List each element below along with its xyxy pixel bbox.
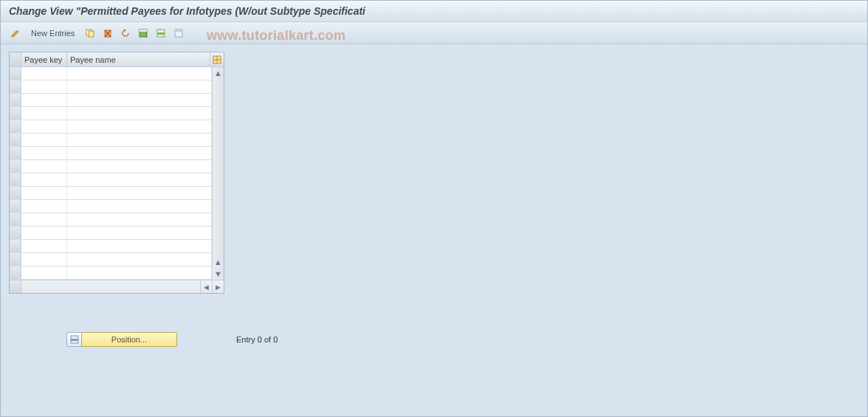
row-selector[interactable] <box>10 213 21 226</box>
table-row <box>10 187 212 200</box>
cell-payee-key[interactable] <box>21 160 67 173</box>
table-row <box>10 227 212 240</box>
table-row <box>10 120 212 134</box>
cell-payee-key[interactable] <box>21 67 67 80</box>
new-entries-button[interactable]: New Entries <box>27 27 79 39</box>
cell-payee-name[interactable] <box>67 134 212 146</box>
cell-payee-key[interactable] <box>21 173 67 186</box>
row-selector[interactable] <box>10 187 21 199</box>
table-settings-icon[interactable] <box>210 52 224 66</box>
row-selector[interactable] <box>10 240 21 252</box>
position-icon[interactable] <box>66 332 81 347</box>
toggle-edit-icon[interactable] <box>9 27 22 40</box>
scroll-left-icon[interactable]: ◄ <box>200 280 212 293</box>
select-block-icon[interactable] <box>154 27 168 40</box>
row-selector[interactable] <box>10 147 21 159</box>
row-selector[interactable] <box>10 94 21 106</box>
cell-payee-key[interactable] <box>21 200 67 213</box>
cell-payee-key[interactable] <box>21 107 67 120</box>
table-row <box>10 107 212 120</box>
row-selector[interactable] <box>10 200 21 213</box>
grid-header: Payee key Payee name <box>10 52 224 67</box>
cell-payee-name[interactable] <box>67 80 212 93</box>
cell-payee-name[interactable] <box>67 67 212 80</box>
position-button-group: Position... <box>66 332 177 347</box>
cell-payee-name[interactable] <box>67 240 212 252</box>
cell-payee-key[interactable] <box>21 80 67 93</box>
cell-payee-key[interactable] <box>21 266 67 279</box>
title-bar: Change View "Permitted Payees for Infoty… <box>0 0 868 22</box>
scroll-right-icon[interactable]: ► <box>212 280 224 293</box>
cell-payee-name[interactable] <box>67 173 212 186</box>
cell-payee-name[interactable] <box>67 107 212 120</box>
cell-payee-name[interactable] <box>67 227 212 239</box>
svg-rect-1 <box>89 31 94 37</box>
table-row <box>10 80 212 94</box>
cell-payee-name[interactable] <box>67 187 212 199</box>
cell-payee-key[interactable] <box>21 94 67 106</box>
footer-selector <box>10 280 21 293</box>
cell-payee-name[interactable] <box>67 94 212 106</box>
column-header-payee-name[interactable]: Payee name <box>67 52 210 66</box>
cell-payee-key[interactable] <box>21 227 67 239</box>
svg-rect-9 <box>157 32 165 35</box>
cell-payee-name[interactable] <box>67 147 212 159</box>
cell-payee-name[interactable] <box>67 213 212 226</box>
table-row <box>10 253 212 266</box>
entry-count-label: Entry 0 of 0 <box>236 335 278 344</box>
cell-payee-key[interactable] <box>21 120 67 133</box>
svg-rect-16 <box>71 339 78 341</box>
row-selector[interactable] <box>10 253 21 266</box>
row-selector[interactable] <box>10 120 21 133</box>
data-grid: Payee key Payee name ▲ ▲ ▼ ◄ ► <box>9 52 224 294</box>
table-row <box>10 147 212 160</box>
row-selector[interactable] <box>10 160 21 173</box>
row-selector[interactable] <box>10 67 21 80</box>
cell-payee-name[interactable] <box>67 253 212 266</box>
row-selector[interactable] <box>10 134 21 146</box>
row-selector[interactable] <box>10 107 21 120</box>
row-selector[interactable] <box>10 266 21 279</box>
cell-payee-key[interactable] <box>21 134 67 146</box>
table-row <box>10 213 212 227</box>
cell-payee-name[interactable] <box>67 200 212 213</box>
cell-payee-name[interactable] <box>67 120 212 133</box>
column-header-payee-key[interactable]: Payee key <box>21 52 67 66</box>
copy-icon[interactable] <box>83 27 97 40</box>
grid-body: ▲ ▲ ▼ <box>10 67 224 280</box>
svg-rect-11 <box>175 30 182 32</box>
grid-footer: ◄ ► <box>10 280 224 293</box>
svg-rect-7 <box>140 30 147 32</box>
bottom-bar: Position... Entry 0 of 0 <box>66 332 278 347</box>
scroll-up-step-icon[interactable]: ▲ <box>213 256 224 268</box>
delete-icon[interactable] <box>101 27 114 40</box>
grid-container: Payee key Payee name ▲ ▲ ▼ ◄ ► <box>9 52 224 294</box>
table-row <box>10 160 212 173</box>
cell-payee-key[interactable] <box>21 253 67 266</box>
grid-rows <box>10 67 212 280</box>
cell-payee-key[interactable] <box>21 187 67 199</box>
table-row <box>10 266 212 280</box>
position-button[interactable]: Position... <box>81 332 177 347</box>
undo-icon[interactable] <box>119 27 132 40</box>
row-selector[interactable] <box>10 173 21 186</box>
vertical-scrollbar[interactable]: ▲ ▲ ▼ <box>212 67 224 280</box>
cell-payee-key[interactable] <box>21 240 67 252</box>
cell-payee-name[interactable] <box>67 266 212 279</box>
select-all-corner[interactable] <box>10 52 21 66</box>
row-selector[interactable] <box>10 80 21 93</box>
table-row <box>10 67 212 80</box>
table-row <box>10 173 212 187</box>
scroll-up-icon[interactable]: ▲ <box>213 67 224 79</box>
table-row <box>10 200 212 213</box>
select-all-icon[interactable] <box>137 27 150 40</box>
cell-payee-key[interactable] <box>21 213 67 226</box>
table-row <box>10 134 212 147</box>
toolbar: New Entries <box>0 22 868 44</box>
cell-payee-key[interactable] <box>21 147 67 159</box>
scroll-down-icon[interactable]: ▼ <box>213 268 224 280</box>
row-selector[interactable] <box>10 227 21 239</box>
deselect-all-icon[interactable] <box>172 27 185 40</box>
page-title: Change View "Permitted Payees for Infoty… <box>9 5 365 17</box>
cell-payee-name[interactable] <box>67 160 212 173</box>
